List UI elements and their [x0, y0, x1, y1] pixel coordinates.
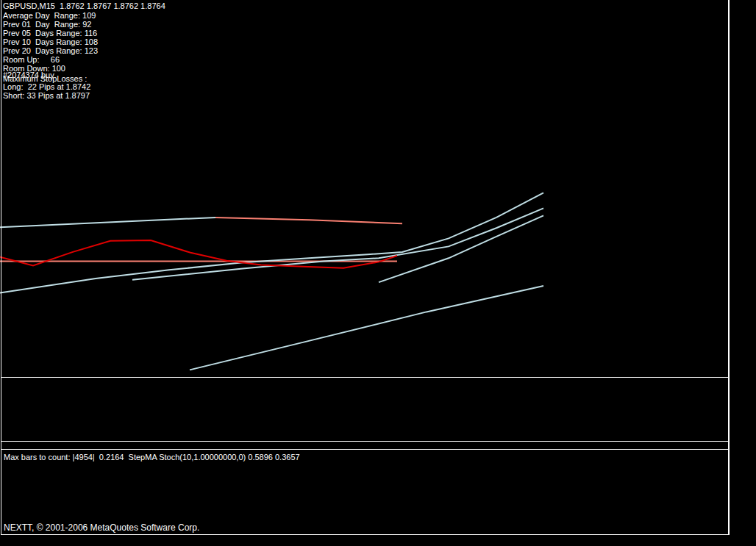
- overlay-line: Prev 05 Days Range: 116: [3, 29, 97, 37]
- ma-red: [0, 240, 397, 268]
- overlay-line: Long: 22 Pips at 1.8742: [3, 83, 90, 91]
- overlay-line: Average Day Range: 109: [3, 12, 96, 20]
- mt4-chart-window: GBPUSD,M15 1.8762 1.8767 1.8762 1.8764Av…: [0, 0, 756, 546]
- time-axis[interactable]: [0, 535, 756, 546]
- overlay-line: Prev 01 Day Range: 92: [3, 21, 91, 29]
- stoch-indicator-title: Max bars to count: |4954| 0.2164 StepMA …: [4, 453, 300, 461]
- overlay-line: GBPUSD,M15 1.8762 1.8767 1.8762 1.8764: [3, 2, 165, 10]
- channel-upper: [0, 218, 215, 227]
- overlay-line: Room Up: 66: [3, 56, 60, 64]
- tsr-indicator-panel[interactable]: [1, 377, 729, 442]
- price-axis[interactable]: [729, 0, 756, 535]
- channel-mid-a: [0, 193, 543, 292]
- overlay-line: Short: 33 Pips at 1.8797: [3, 92, 90, 100]
- copyright-text: NEXTT, © 2001-2006 MetaQuotes Software C…: [4, 522, 199, 533]
- overlay-line: Prev 20 Days Range: 123: [3, 47, 98, 55]
- salmon-upper: [215, 218, 402, 223]
- overlay-line: Prev 10 Days Range: 108: [3, 38, 98, 46]
- channel-low-b: [379, 215, 543, 282]
- chart-info-overlay: GBPUSD,M15 1.8762 1.8767 1.8762 1.8764Av…: [0, 0, 368, 103]
- channel-diagonal: [190, 286, 543, 370]
